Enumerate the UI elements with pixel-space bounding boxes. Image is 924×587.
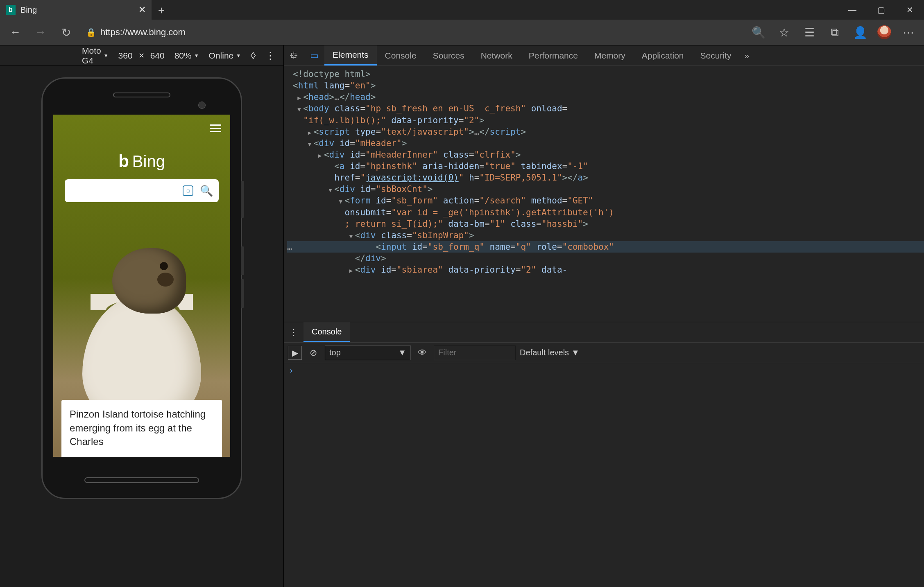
tabs-overflow-icon[interactable]: » [739,45,754,65]
devtools-tab-performance[interactable]: Performance [521,45,586,65]
clear-console-icon[interactable]: ⊘ [306,348,321,358]
throttle-value: Online [209,51,234,61]
window-titlebar: b Bing ✕ ＋ ― ▢ ✕ [0,0,924,20]
devtools-tab-application[interactable]: Application [634,45,692,65]
console-body[interactable]: › [284,363,924,587]
drawer-kebab-icon[interactable]: ⋮ [284,322,303,342]
levels-label: Default levels [520,348,569,357]
maximize-button[interactable]: ▢ [867,0,895,20]
side-button [241,246,244,275]
earpiece [113,93,170,97]
viewport-width[interactable]: 360 [118,51,133,61]
console-filter-input[interactable] [434,345,516,360]
bing-favicon: b [6,5,16,15]
side-button [241,279,244,308]
tab-title: Bing [20,5,37,15]
window-controls: ― ▢ ✕ [838,0,924,20]
url-field[interactable]: 🔒 https://www.bing.com [79,23,632,41]
devtools-tabs: ⯐ ▭ ElementsConsoleSourcesNetworkPerform… [284,45,924,66]
devtools-tab-network[interactable]: Network [473,45,521,65]
search-icon[interactable]: 🔍 [200,185,213,197]
image-caption[interactable]: Pinzon Island tortoise hatchling emergin… [61,400,222,457]
viewport-height[interactable]: 640 [150,51,165,61]
context-value: top [329,348,341,357]
device-frame: bBing ⊡ 🔍 Pinzon Island tortoise hatchli… [41,77,242,499]
zoom-value: 80% [174,51,192,61]
zoom-select[interactable]: 80% ▼ [174,51,199,61]
throttle-select[interactable]: Online ▼ [209,51,241,61]
devtools-tab-elements[interactable]: Elements [324,45,377,65]
minimize-button[interactable]: ― [838,0,867,20]
rendered-page[interactable]: bBing ⊡ 🔍 Pinzon Island tortoise hatchli… [53,115,230,457]
chevron-down-icon: ▼ [194,53,199,59]
rotate-icon[interactable]: ◊ [251,50,256,61]
front-camera [198,102,206,109]
chevron-down-icon: ▼ [398,348,406,357]
device-mode-icon[interactable]: ▭ [304,45,324,65]
devtools-tab-console[interactable]: Console [377,45,425,65]
console-prompt: › [289,366,294,375]
kebab-menu-icon[interactable]: ⋮ [265,50,283,61]
console-tab[interactable]: Console [303,322,350,342]
chevron-down-icon: ▼ [236,53,241,59]
chevron-down-icon: ▼ [104,53,109,59]
brand-text: Bing [132,152,165,171]
devtools-tab-security[interactable]: Security [692,45,740,65]
collections-icon[interactable]: ⧉ [822,20,847,44]
hamburger-icon[interactable] [210,124,221,132]
devtools-tab-memory[interactable]: Memory [586,45,634,65]
lock-icon: 🔒 [86,27,96,37]
profile-icon[interactable]: 👤 [848,20,872,44]
hero-image [53,211,230,432]
favorite-icon[interactable]: ☆ [772,20,796,44]
side-button [241,181,244,218]
back-button[interactable]: ← [3,20,27,44]
more-menu-icon[interactable]: ⋯ [896,20,921,44]
favorites-list-icon[interactable]: ☰ [797,20,822,44]
bing-logo: bBing [53,151,230,171]
address-bar: ← → ↻ 🔒 https://www.bing.com 🔍 ☆ ☰ ⧉ 👤 ⋯ [0,20,924,45]
visual-search-icon[interactable]: ⊡ [183,185,193,196]
home-bar [84,477,199,483]
url-text: https://www.bing.com [100,27,186,38]
new-tab-button[interactable]: ＋ [152,0,171,20]
log-levels-select[interactable]: Default levels ▼ [520,348,580,357]
forward-button[interactable]: → [29,20,52,44]
inspect-icon[interactable]: ⯐ [284,45,304,65]
context-select[interactable]: top ▼ [325,345,411,360]
caption-text: Pinzon Island tortoise hatchling emergin… [70,409,206,447]
console-drawer: ⋮ Console ✕ ▶ ⊘ top ▼ 👁 Default levels ▼… [284,322,924,587]
zoom-icon[interactable]: 🔍 [746,20,771,44]
avatar[interactable] [877,25,891,39]
device-select[interactable]: Moto G4 ▼ [82,46,109,65]
close-window-button[interactable]: ✕ [895,0,924,20]
device-toolbar: Moto G4 ▼ 360 ✕ 640 80% ▼ Online ▼ ◊ ⋮ [0,45,283,66]
elements-dom-tree[interactable]: <!doctype html> <html lang="en"> ▶ <head… [284,66,924,344]
dimension-separator: ✕ [135,51,148,60]
device-name: Moto G4 [82,46,101,65]
reload-button[interactable]: ↻ [54,20,78,44]
eye-icon[interactable]: 👁 [415,348,430,358]
chevron-down-icon: ▼ [571,348,580,357]
toggle-sidebar-icon[interactable]: ▶ [288,346,302,360]
close-tab-icon[interactable]: ✕ [138,5,146,15]
browser-tab[interactable]: b Bing ✕ [0,0,152,20]
search-input[interactable]: ⊡ 🔍 [65,179,219,202]
devtools-tab-sources[interactable]: Sources [425,45,473,65]
devtools-panel: ⯐ ▭ ElementsConsoleSourcesNetworkPerform… [284,45,924,587]
